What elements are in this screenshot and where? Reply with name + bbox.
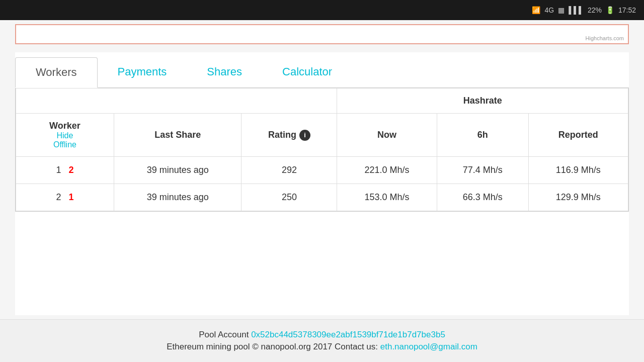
header-row-2: Worker HideOffline Last Share Rating i N… [16, 114, 628, 157]
col-header-rating: Rating i [242, 114, 337, 157]
main-content: Workers Payments Shares Calculator Hashr… [15, 52, 629, 315]
header-row-1: Hashrate [16, 88, 628, 114]
cell-6h-0: 77.4 Mh/s [437, 157, 528, 184]
cell-now-0: 221.0 Mh/s [337, 157, 437, 184]
display-icon: ▦ [558, 6, 565, 14]
table-row: 1 2 39 minutes ago 292 221.0 Mh/s 77.4 M… [16, 157, 628, 184]
col-header-worker: Worker HideOffline [16, 114, 114, 157]
col-header-6h: 6h [437, 114, 528, 157]
cell-worker-0: 1 2 [16, 157, 114, 184]
row-index-0: 1 [56, 165, 61, 175]
row-index-1: 2 [56, 192, 61, 202]
cell-now-1: 153.0 Mh/s [337, 184, 437, 211]
network-type: 4G [544, 6, 554, 14]
cell-rating-1: 250 [242, 184, 337, 211]
cell-rating-0: 292 [242, 157, 337, 184]
col-header-last-share: Last Share [114, 114, 242, 157]
battery-icon: 🔋 [606, 6, 614, 14]
sim-icon: 📶 [532, 6, 540, 14]
pool-account-label: Pool Account [199, 330, 249, 339]
footer: Pool Account 0x52bc44d5378309ee2abf1539b… [0, 319, 644, 362]
tab-workers[interactable]: Workers [15, 57, 98, 88]
cell-last-share-0: 39 minutes ago [114, 157, 242, 184]
tab-shares[interactable]: Shares [187, 57, 262, 87]
signal-strength: ▌▌▌ [569, 6, 584, 14]
rating-info-icon[interactable]: i [299, 130, 310, 141]
email-link[interactable]: eth.nanopool@gmail.com [380, 342, 477, 351]
workers-table: Hashrate Worker HideOffline Last Share R… [16, 88, 628, 211]
copyright-text: Ethereum mining pool © nanopool.org 2017… [167, 342, 378, 351]
copyright-line: Ethereum mining pool © nanopool.org 2017… [8, 342, 636, 352]
table-body: 1 2 39 minutes ago 292 221.0 Mh/s 77.4 M… [16, 157, 628, 211]
pool-account-address[interactable]: 0x52bc44d5378309ee2abf1539bf71de1b7d7be3… [251, 330, 445, 339]
tab-calculator[interactable]: Calculator [262, 57, 352, 87]
cell-reported-0: 116.9 Mh/s [528, 157, 628, 184]
clock: 17:52 [618, 6, 636, 14]
col-header-now: Now [337, 114, 437, 157]
worker-number-0[interactable]: 2 [68, 165, 73, 175]
cell-last-share-1: 39 minutes ago [114, 184, 242, 211]
col-header-reported: Reported [528, 114, 628, 157]
table-row: 2 1 39 minutes ago 250 153.0 Mh/s 66.3 M… [16, 184, 628, 211]
hashrate-header: Hashrate [337, 88, 628, 114]
workers-table-container: Hashrate Worker HideOffline Last Share R… [15, 87, 629, 212]
status-bar: 📶 4G ▦ ▌▌▌ 22% 🔋 17:52 [0, 0, 644, 20]
cell-worker-1: 2 1 [16, 184, 114, 211]
worker-number-1[interactable]: 1 [68, 192, 73, 202]
cell-6h-1: 66.3 Mh/s [437, 184, 528, 211]
chart-container: Highcharts.com [15, 24, 629, 44]
tab-bar: Workers Payments Shares Calculator [15, 57, 629, 87]
pool-account-line: Pool Account 0x52bc44d5378309ee2abf1539b… [8, 330, 636, 340]
hide-offline-link[interactable]: HideOffline [24, 131, 106, 149]
cell-reported-1: 129.9 Mh/s [528, 184, 628, 211]
highcharts-credit: Highcharts.com [586, 35, 624, 41]
tab-payments[interactable]: Payments [98, 57, 187, 87]
battery-percent: 22% [588, 6, 602, 14]
empty-header [16, 88, 337, 114]
